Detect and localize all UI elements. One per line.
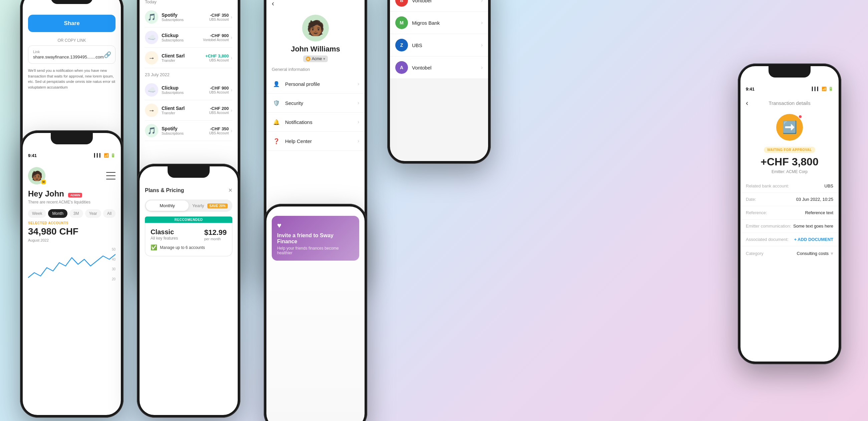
tab-week[interactable]: Week <box>28 209 46 218</box>
tx-item[interactable]: 🎵 Spotify Subscriptions -CHF 350 UBS Acc… <box>145 121 232 141</box>
detail-key: Date: <box>746 197 756 202</box>
tx-info: Spotify Subscriptions <box>162 126 209 135</box>
tx-bank: UBS Account <box>209 90 229 94</box>
tx-amount-wrap: -CHF 900 Vontobel Account <box>203 33 229 42</box>
tx-bank: UBS Account <box>209 111 229 115</box>
share-button[interactable]: Share <box>28 15 116 32</box>
tx-amount: -CHF 200 <box>209 106 229 111</box>
tx-item[interactable]: 🎵 Spotify Subscriptions -CHF 350 UBS Acc… <box>145 7 232 27</box>
tx-chevron: › <box>231 55 232 60</box>
menu-icon[interactable] <box>106 172 116 179</box>
or-copy-label: OR COPY LINK <box>28 38 116 43</box>
invite-heart: ♥ <box>277 221 354 230</box>
tx-icon: → <box>145 51 158 64</box>
notch <box>769 66 811 78</box>
tx-sub: Subscriptions <box>162 38 203 42</box>
tx-icon: ☁️ <box>145 83 158 96</box>
tx-amount: -CHF 900 <box>203 33 229 38</box>
tx-amount-wrap: -CHF 350 UBS Account <box>209 13 229 21</box>
tx-icon: ☁️ <box>145 31 158 44</box>
detail-icon: ➡️ <box>776 114 803 141</box>
billing-monthly[interactable]: Monthly <box>146 200 189 211</box>
tx-info: Spotify Subscriptions <box>162 12 209 22</box>
tx-item[interactable]: → Client Sarl Transfer -CHF 200 UBS Acco… <box>145 100 232 121</box>
profile-company: M Acme ▾ <box>267 55 365 62</box>
profile-menu-item[interactable]: 👤 Personal profile › <box>267 75 365 93</box>
greeting-subtitle: There are recent ACME's liquidities <box>28 200 116 204</box>
tx-chevron: › <box>231 87 232 92</box>
detail-key: Associated document: <box>746 237 788 242</box>
tx-item[interactable]: → Client Sarl Transfer +CHF 3,800 UBS Ac… <box>145 48 232 68</box>
detail-value[interactable]: + ADD DOCUMENT <box>794 237 833 242</box>
tx-item[interactable]: ☁️ Clickup Subscriptions -CHF 900 UBS Ac… <box>145 80 232 100</box>
close-button[interactable]: × <box>228 187 232 194</box>
bank-item[interactable]: A Vontobel › <box>390 56 488 79</box>
chart-labels: 50403020 <box>112 248 116 281</box>
tx-chevron: › <box>231 108 232 113</box>
bank-chevron: › <box>481 20 483 26</box>
tx-info: Clickup Subscriptions <box>162 33 203 42</box>
menu-item-label: Help Center <box>285 138 312 144</box>
chart-area: 50403020 <box>28 248 116 281</box>
balance-date: August 2022 <box>28 238 116 242</box>
save-badge: SAVE 20% <box>207 203 228 208</box>
selected-label: SELECTED ACCOUNTS <box>28 221 116 225</box>
detail-row: Associated document: + ADD DOCUMENT <box>741 233 839 246</box>
tx-bank: UBS Account <box>209 18 229 21</box>
menu-item-label: Notifications <box>285 119 312 125</box>
invite-card: ♥ Invite a friend to Sway Finance Help y… <box>272 216 359 261</box>
tx-section-july: 23 July 2022 <box>145 68 232 80</box>
tx-info: Client Sarl Transfer <box>162 106 209 115</box>
bank-name: Migros Bank <box>412 20 440 26</box>
back-button[interactable]: ‹ <box>272 0 274 8</box>
bank-item[interactable]: Z UBS › <box>390 34 488 56</box>
tab-all[interactable]: All <box>103 209 116 218</box>
bank-left: A Vontobel <box>395 61 431 74</box>
company-badge: M Acme ▾ <box>303 55 328 62</box>
tab-month[interactable]: Month <box>48 209 67 218</box>
plan-desc: All key features <box>151 236 178 241</box>
menu-chevron: › <box>358 100 359 106</box>
tx-icon: 🎵 <box>145 124 158 137</box>
plan-price: $12.99 <box>204 228 227 237</box>
tx-chevron: › <box>231 35 232 40</box>
tab-3m[interactable]: 3M <box>69 209 83 218</box>
category-value: Consulting costs <box>797 251 829 256</box>
detail-key: Reference: <box>746 210 767 215</box>
tx-amount-wrap: -CHF 350 UBS Account <box>209 126 229 135</box>
profile-menu-item[interactable]: 🛡️ Security › <box>267 93 365 113</box>
back-button[interactable]: ‹ <box>746 99 748 108</box>
bank-logo: Z <box>395 39 408 52</box>
tx-sub: Transfer <box>162 111 209 115</box>
detail-title: Transaction details <box>769 100 810 106</box>
status-icons: ▎▎▎ 📶 🔋 <box>94 153 116 158</box>
billing-yearly[interactable]: Yearly SAVE 20% <box>189 200 231 211</box>
notch <box>167 166 210 178</box>
detail-value: Reference text <box>805 210 833 215</box>
category-label: Category <box>746 251 764 256</box>
menu-item-icon: ❓ <box>272 136 281 146</box>
detail-row: Date: 03 Jun 2022, 10:25 <box>741 193 839 206</box>
bank-chevron: › <box>481 0 483 3</box>
bank-item[interactable]: B Vontobel › <box>390 0 488 12</box>
tx-amount: -CHF 350 <box>209 13 229 18</box>
profile-menu-item[interactable]: 🔔 Notifications › <box>267 113 365 132</box>
chart-svg <box>28 248 116 281</box>
link-icon[interactable]: 🔗 <box>104 51 111 58</box>
profile-menu-item[interactable]: ❓ Help Center › <box>267 132 365 151</box>
bank-chevron: › <box>481 42 483 48</box>
bank-item[interactable]: M Migros Bank › <box>390 12 488 34</box>
menu-item-label: Personal profile <box>285 81 320 87</box>
link-value: share.swayfinance.1399495.......com <box>33 54 104 59</box>
balance-amount: 34,980 CHF <box>28 226 116 237</box>
tx-name: Spotify <box>162 12 209 18</box>
tx-info: Clickup Subscriptions <box>162 85 209 94</box>
tx-july-list: ☁️ Clickup Subscriptions -CHF 900 UBS Ac… <box>145 80 232 141</box>
tx-item[interactable]: ☁️ Clickup Subscriptions -CHF 900 Vontob… <box>145 27 232 48</box>
detail-row: Emitter communication: Some text goes he… <box>741 220 839 233</box>
modal-header: Plans & Pricing × <box>140 181 238 199</box>
link-box: Link share.swayfinance.1399495.......com… <box>28 46 116 64</box>
tab-year[interactable]: Year <box>85 209 101 218</box>
tx-amount: +CHF 3,800 <box>205 53 229 58</box>
bank-name: Vontobel <box>412 0 431 3</box>
